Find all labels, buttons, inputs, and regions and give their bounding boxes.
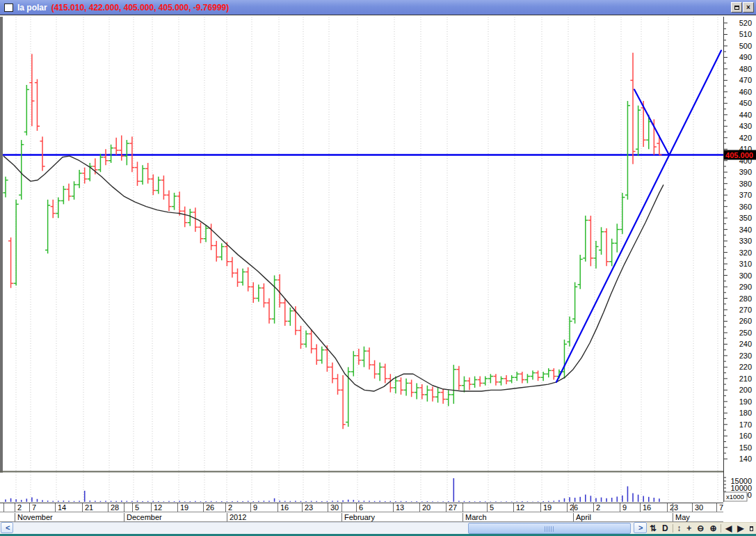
- week-cell: 30: [692, 503, 716, 512]
- chart-toolbar: ⇅D↕+⊖⊕◀▶: [647, 522, 756, 534]
- svg-text:150: 150: [739, 443, 752, 452]
- restore-layout-icon[interactable]: [750, 526, 753, 531]
- toolbar-separator: [673, 524, 673, 533]
- refresh-icon[interactable]: ⇅: [647, 523, 659, 534]
- svg-text:300: 300: [739, 271, 752, 280]
- svg-text:390: 390: [739, 168, 752, 176]
- svg-text:140: 140: [739, 455, 752, 463]
- week-cell: 20: [419, 503, 446, 512]
- svg-text:520: 520: [739, 19, 752, 27]
- week-cell: 23: [302, 503, 328, 512]
- week-cell: 13: [393, 503, 419, 512]
- svg-text:480: 480: [739, 65, 752, 73]
- month-divider: [341, 503, 342, 512]
- week-cell: 2: [15, 503, 29, 512]
- titlebar[interactable]: la polar (415.010, 422.000, 405.000, 405…: [0, 0, 756, 15]
- svg-text:470: 470: [739, 76, 752, 84]
- chevron-left-icon: <: [6, 523, 10, 532]
- svg-text:210: 210: [739, 375, 752, 383]
- week-cell: 5: [487, 503, 513, 512]
- close-icon: ×: [746, 3, 750, 11]
- restore-icon: [734, 6, 739, 10]
- week-cell: 27: [446, 503, 487, 512]
- chart-document-icon: [4, 3, 13, 12]
- date-axis-weeks[interactable]: 2714212851219262916233061320275121926291…: [0, 503, 723, 512]
- scrollbar-track[interactable]: [13, 522, 634, 533]
- svg-text:380: 380: [739, 180, 752, 188]
- svg-text:440: 440: [739, 111, 752, 119]
- svg-text:490: 490: [739, 53, 752, 61]
- week-cell: 12: [513, 503, 540, 512]
- svg-text:350: 350: [739, 214, 752, 222]
- week-cell: 9: [620, 503, 640, 512]
- bottom-bar: < > ⇅D↕+⊖⊕◀▶: [0, 522, 756, 534]
- week-cell: 7: [29, 503, 55, 512]
- svg-text:360: 360: [739, 203, 752, 211]
- svg-text:220: 220: [739, 363, 752, 371]
- week-cell: 5: [132, 503, 151, 512]
- scrollbar-left-button[interactable]: <: [1, 522, 13, 533]
- toolbar-separator: [721, 524, 721, 533]
- week-cell: 21: [82, 503, 108, 512]
- svg-text:160: 160: [739, 432, 752, 440]
- month-divider: [124, 503, 124, 512]
- svg-text:310: 310: [739, 260, 752, 268]
- volume-multiplier-label: x1000: [726, 493, 744, 500]
- month-cell: December: [124, 513, 227, 521]
- scroll-left-icon[interactable]: ◀: [723, 523, 734, 534]
- pane-separator: [0, 471, 723, 473]
- svg-text:430: 430: [739, 122, 752, 130]
- svg-text:240: 240: [739, 340, 752, 348]
- month-cell: November: [15, 513, 124, 521]
- week-cell: 26: [567, 503, 593, 512]
- svg-text:290: 290: [739, 283, 752, 291]
- vertical-zoom-icon[interactable]: ↕: [674, 523, 684, 534]
- chart-canvas[interactable]: 1401501601701801902002102202302402502602…: [0, 15, 756, 503]
- svg-text:340: 340: [739, 226, 752, 234]
- week-cell: 2: [225, 503, 250, 512]
- month-divider: [3, 503, 4, 512]
- scrollbar-right-button[interactable]: >: [634, 522, 647, 533]
- zoom-in-icon[interactable]: ⊕: [707, 523, 719, 534]
- svg-text:320: 320: [739, 249, 752, 257]
- scroll-right-icon[interactable]: ▶: [734, 523, 746, 534]
- svg-text:270: 270: [739, 306, 752, 314]
- week-cell: 16: [278, 503, 302, 512]
- restore-button[interactable]: [731, 2, 742, 13]
- scrollbar-grip-icon: [545, 526, 554, 532]
- date-axis-months[interactable]: NovemberDecember2012FebruaryMarchAprilMa…: [0, 513, 723, 522]
- svg-text:280: 280: [739, 294, 752, 303]
- ohlc-readout: (415.010, 422.000, 405.000, 405.000, -9.…: [51, 3, 230, 13]
- month-cell: 2012: [227, 513, 341, 521]
- svg-text:190: 190: [739, 397, 752, 406]
- scrollbar-thumb[interactable]: [468, 523, 631, 534]
- window-buttons: ×: [731, 2, 754, 13]
- periodicity-daily-button[interactable]: D: [659, 523, 671, 534]
- week-cell: 16: [640, 503, 667, 512]
- week-cell: 19: [177, 503, 203, 512]
- svg-text:200: 200: [739, 386, 752, 394]
- svg-text:370: 370: [739, 191, 752, 199]
- svg-text:420: 420: [739, 134, 752, 142]
- window-left-frame: [0, 17, 3, 473]
- week-cell: 2: [593, 503, 620, 512]
- svg-text:230: 230: [739, 352, 752, 360]
- chart-window: la polar (415.010, 422.000, 405.000, 405…: [0, 0, 756, 536]
- week-cell: 6: [356, 503, 393, 512]
- month-divider: [573, 503, 574, 512]
- pan-icon[interactable]: +: [684, 523, 694, 534]
- svg-text:180: 180: [739, 409, 752, 417]
- week-cell: 28: [108, 503, 132, 512]
- svg-text:510: 510: [739, 30, 752, 38]
- zoom-out-icon[interactable]: ⊖: [694, 523, 707, 534]
- week-cell: 12: [151, 503, 177, 512]
- month-divider: [673, 503, 673, 512]
- close-button[interactable]: ×: [743, 2, 754, 13]
- week-cell: 19: [540, 503, 567, 512]
- week-cell: 7: [716, 503, 723, 512]
- month-divider: [463, 503, 463, 512]
- plot-background: [0, 15, 756, 503]
- svg-text:250: 250: [739, 329, 752, 337]
- month-cell: May: [673, 513, 723, 521]
- svg-text:330: 330: [739, 237, 752, 245]
